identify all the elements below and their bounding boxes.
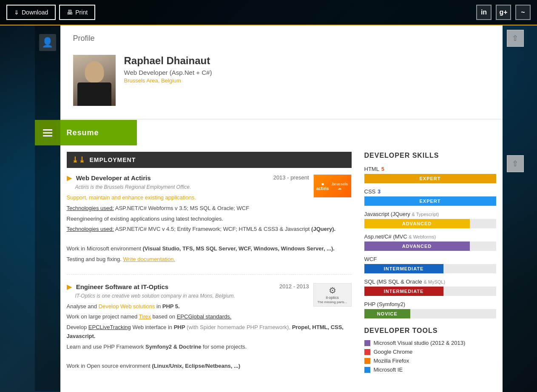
top-social-icons: in g+ ~	[476, 5, 531, 20]
job-entry-2: ⚙ it·opticsThe missing parts... ▶ Engine…	[67, 283, 352, 381]
tool-item-chrome: Google Chrome	[364, 349, 496, 355]
job-body-1: Support, maintain and enhance existing a…	[67, 193, 352, 264]
tool-item-vs: Microsoft Visual studio (2012 & 2013)	[364, 340, 496, 346]
employment-area: ⤓⤓ EMPLOYMENT ■ actiris .brussels ☁	[60, 152, 358, 389]
left-sidebar: 👤	[35, 26, 60, 391]
skills-title: DEVELOPER SKILLS	[364, 152, 496, 159]
profile-location: Brussels Area, Belgium	[124, 77, 490, 84]
tool-dot-vs	[364, 340, 370, 346]
job-body-2: Analyse and Develop Web solutions in PHP…	[67, 302, 352, 371]
print-label: Print	[75, 9, 88, 16]
skill-javascript: Javascript (JQuery & Typescript) ADVANCE…	[364, 211, 496, 228]
job-title-1: ▶ Web Developer at Actiris	[67, 174, 151, 182]
photo-head	[85, 61, 104, 82]
employment-header-icon: ⤓⤓	[72, 155, 85, 165]
scroll-up-button-2[interactable]: ⇧	[507, 155, 524, 172]
linkedin-icon[interactable]: in	[476, 5, 492, 20]
job-company-desc-1: Actiris is the Brussels Regional Employm…	[75, 184, 352, 190]
resume-tab[interactable]: Resume	[35, 120, 137, 145]
skill-css: CSS 3 EXPERT	[364, 188, 496, 206]
job-title-icon-2: ▶	[67, 283, 72, 290]
tool-dot-ie	[364, 367, 370, 373]
skill-html: HTML 5 EXPERT	[364, 166, 496, 183]
profile-name: Raphael Dhainaut	[124, 55, 490, 67]
job-dates-2: 2012 - 2013	[279, 283, 309, 290]
job-logo-actiris: ■ actiris .brussels ☁	[313, 174, 352, 198]
download-icon: ⇓	[14, 9, 19, 16]
tool-item-firefox: Mozilla Firefox	[364, 358, 496, 364]
rss-icon[interactable]: ~	[515, 5, 531, 20]
print-button[interactable]: 🖶 Print	[59, 5, 95, 20]
profile-label: Profile	[73, 34, 490, 46]
tool-dot-chrome	[364, 349, 370, 355]
resume-section: ⤓⤓ EMPLOYMENT ■ actiris .brussels ☁	[60, 145, 503, 392]
job-dates-1: 2013 - present	[273, 174, 309, 181]
job-entry-1: ■ actiris .brussels ☁ ▶ Web Developer at…	[67, 174, 352, 275]
profile-info: Raphael Dhainaut Web Developer (Asp.Net …	[73, 55, 490, 106]
skill-aspnet: Asp.net/C# (MVC & Webforms) ADVANCED	[364, 233, 496, 251]
job-title-icon-1: ▶	[67, 174, 72, 182]
job-logo-itoptics: ⚙ it·opticsThe missing parts...	[313, 283, 352, 307]
photo-body	[77, 82, 111, 106]
employment-header: ⤓⤓ EMPLOYMENT	[67, 152, 352, 168]
sidebar-avatar-icon[interactable]: 👤	[39, 34, 56, 51]
profile-section: Profile Raphael Dhainaut Web Developer (…	[60, 26, 503, 120]
tools-title: DEVELOPER TOOLS	[364, 327, 496, 335]
scroll-up-button-1[interactable]: ⇧	[507, 30, 524, 47]
skill-php: PHP (Symfony2) NOVICE	[364, 301, 496, 318]
top-buttons: ⇓ Download 🖶 Print	[6, 5, 95, 20]
print-icon: 🖶	[67, 9, 73, 16]
hamburger-icon	[42, 129, 54, 136]
skills-sidebar: DEVELOPER SKILLS HTML 5 EXPERT	[358, 152, 503, 389]
resume-label: Resume	[60, 120, 137, 145]
tool-item-ie: Microsoft IE	[364, 366, 496, 373]
google-plus-icon[interactable]: g+	[496, 5, 511, 20]
resume-icon	[35, 120, 60, 145]
job-title-2: ▶ Engineer Software at IT-Optics	[67, 283, 169, 291]
profile-title: Web Developer (Asp.Net + C#)	[124, 69, 490, 76]
employment-title: EMPLOYMENT	[90, 156, 136, 163]
top-bar: ⇓ Download 🖶 Print in g+ ~	[0, 0, 537, 26]
job-company-desc-2: IT-Optics is one creative web solution c…	[75, 293, 352, 299]
content-area: ⇧ Profile Raphael Dhainaut Web Developer…	[60, 26, 503, 392]
tool-dot-firefox	[364, 358, 370, 364]
download-label: Download	[22, 9, 48, 16]
download-button[interactable]: ⇓ Download	[6, 5, 56, 20]
skill-wcf: WCF INTERMEDIATE	[364, 256, 496, 273]
profile-details: Raphael Dhainaut Web Developer (Asp.Net …	[124, 55, 490, 84]
profile-photo	[73, 55, 116, 106]
skill-sql: SQL (MS SQL & Oracle & MySQL) INTERMEDIA…	[364, 278, 496, 296]
